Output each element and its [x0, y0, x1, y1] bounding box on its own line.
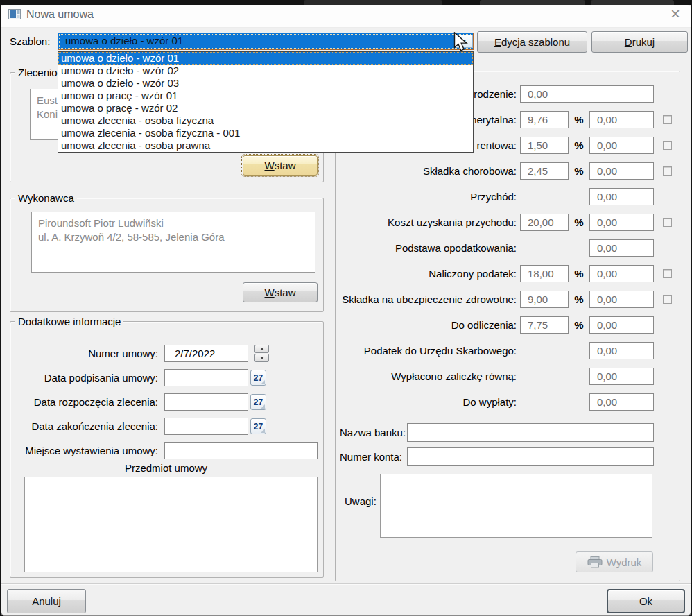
contract-number-label: Numer umowy: — [17, 348, 158, 359]
percent-sign: % — [569, 139, 589, 151]
payroll-row: Koszt uzyskania przychodu: % — [335, 214, 680, 231]
dropdown-item[interactable]: umowa zlecenia - osoba prawna — [58, 139, 473, 152]
revenue-input[interactable] — [589, 188, 654, 205]
dropdown-item[interactable]: umowa o pracę - wzór 01 — [58, 89, 473, 102]
contract-number-input[interactable] — [164, 345, 248, 362]
disability-amount-input[interactable] — [589, 137, 654, 154]
end-date-label: Data zakończenia zlecenia: — [17, 420, 158, 432]
revenue-cost-amount-input[interactable] — [589, 214, 654, 231]
contract-number-row: Numer umowy: — [17, 345, 248, 362]
advance-paid-input[interactable] — [589, 368, 654, 385]
subject-label: Przedmiot umowy — [17, 462, 315, 474]
health-insurance-amount-input[interactable] — [589, 291, 654, 308]
dropdown-item[interactable]: umowa zlecenia - osoba fizyczna — [58, 114, 473, 127]
account-number-input[interactable] — [407, 447, 654, 466]
spinner-down-icon[interactable] — [254, 354, 269, 362]
edit-template-button[interactable]: Edycja szablonu — [477, 31, 587, 53]
disability-checkbox[interactable] — [663, 141, 672, 150]
end-date-input[interactable] — [164, 418, 248, 435]
payroll-row: Wypłacono zaliczkę równą: — [335, 368, 680, 385]
dropdown-item[interactable]: umowa o dzieło - wzór 02 — [58, 65, 473, 77]
bank-name-label: Nazwa banku: — [340, 427, 407, 438]
deductible-amount-input[interactable] — [589, 316, 654, 334]
print-button[interactable]: Drukuj — [591, 31, 688, 53]
percent-sign: % — [569, 114, 589, 126]
contractor-line: Piroundsoft Piotr Ludwiñski — [38, 216, 309, 230]
insert-contractor-button[interactable]: Wstaw — [243, 282, 318, 302]
calendar-icon[interactable]: 27 — [250, 370, 266, 386]
sign-date-row: Data podpisania umowy: — [17, 369, 248, 386]
title-bar — [1, 5, 691, 28]
payroll-row: Składka chorobowa: % — [335, 162, 680, 180]
sickness-percent-input[interactable] — [520, 162, 569, 180]
ok-button[interactable]: Ok — [607, 589, 685, 613]
disability-percent-input[interactable] — [520, 137, 569, 154]
pension-percent-input[interactable] — [520, 111, 569, 128]
cancel-button[interactable]: Anuluj — [7, 589, 86, 613]
issue-place-input[interactable] — [164, 442, 318, 459]
close-icon[interactable]: × — [664, 4, 686, 24]
percent-sign: % — [569, 216, 589, 228]
window-title: Nowa umowa — [26, 8, 94, 21]
contractor-line: ul. A. Krzywoñ 4/2, 58-585, Jelenia Góra — [38, 230, 309, 244]
dropdown-item[interactable]: umowa zlecenia - osoba fizyczna - 001 — [58, 127, 473, 139]
contractor-groupbox-title: Wykonawca — [15, 192, 77, 204]
tax-office-input[interactable] — [589, 342, 654, 359]
contract-number-stepper — [254, 345, 269, 362]
subject-textarea[interactable] — [24, 477, 318, 572]
tax-base-input[interactable] — [589, 239, 654, 257]
background-tab — [304, 0, 442, 5]
salary-input[interactable] — [520, 85, 654, 103]
revenue-cost-checkbox[interactable] — [663, 218, 672, 227]
pension-checkbox[interactable] — [663, 115, 672, 124]
mouse-cursor-icon — [453, 32, 469, 55]
revenue-cost-percent-input[interactable] — [520, 214, 569, 231]
background-tab — [591, 0, 674, 5]
calendar-icon[interactable]: 27 — [250, 394, 266, 410]
issue-place-row: Miejsce wystawienia umowy: — [17, 442, 318, 459]
health-insurance-checkbox[interactable] — [663, 295, 672, 304]
insert-client-button[interactable]: Wstaw — [243, 155, 318, 176]
account-number-label: Numer konta: — [340, 451, 407, 463]
advance-paid-label: Wypłacono zaliczkę równą: — [335, 370, 520, 382]
background-window-strip — [0, 0, 692, 5]
sickness-checkbox[interactable] — [663, 166, 672, 176]
start-date-row: Data rozpoczęcia zlecenia: — [17, 393, 248, 411]
percent-sign: % — [569, 268, 589, 280]
net-pay-input[interactable] — [589, 393, 654, 411]
calculated-tax-label: Naliczony podatek: — [335, 268, 520, 280]
revenue-label: Przychód: — [335, 191, 520, 203]
printout-button[interactable]: Wydruk — [576, 551, 653, 572]
percent-sign: % — [569, 293, 589, 305]
health-insurance-percent-input[interactable] — [520, 291, 569, 308]
net-pay-label: Do wypłaty: — [335, 396, 520, 408]
deductible-label: Do odliczenia: — [335, 319, 520, 331]
start-date-label: Data rozpoczęcia zlecenia: — [17, 396, 158, 408]
payroll-row: Składka na ubezpieczenie zdrowotne: % — [335, 291, 680, 308]
percent-sign: % — [569, 319, 589, 331]
template-label: Szablon: — [10, 35, 50, 47]
payroll-row: Do odliczenia: % — [335, 316, 680, 334]
notes-textarea[interactable] — [380, 474, 652, 538]
dropdown-item[interactable]: umowa o pracę - wzór 02 — [58, 102, 473, 114]
sickness-amount-input[interactable] — [589, 162, 654, 180]
deductible-percent-input[interactable] — [520, 316, 569, 334]
calendar-icon[interactable]: 27 — [250, 418, 266, 434]
calculated-tax-percent-input[interactable] — [520, 265, 569, 282]
dropdown-item[interactable]: umowa o dzieło - wzór 03 — [58, 77, 473, 89]
calculated-tax-checkbox[interactable] — [663, 269, 672, 278]
sign-date-input[interactable] — [164, 369, 248, 386]
template-combobox[interactable]: umowa o dzieło - wzór 01 ▼ — [58, 33, 474, 50]
pension-amount-input[interactable] — [589, 111, 654, 128]
calculated-tax-amount-input[interactable] — [589, 265, 654, 282]
dropdown-item[interactable]: umowa o dzieło - wzór 01 — [58, 52, 473, 65]
spinner-up-icon[interactable] — [254, 345, 269, 353]
health-insurance-label: Składka na ubezpieczenie zdrowotne: — [335, 293, 520, 305]
payroll-row: Podstawa opodatkowania: — [335, 239, 680, 257]
bank-name-input[interactable] — [407, 423, 654, 442]
tax-base-label: Podstawa opodatkowania: — [335, 242, 520, 254]
payroll-row: Naliczony podatek: % — [335, 265, 680, 282]
start-date-input[interactable] — [164, 393, 248, 411]
payroll-row: Do wypłaty: — [335, 393, 680, 411]
sickness-contribution-label: Składka chorobowa: — [335, 165, 520, 177]
